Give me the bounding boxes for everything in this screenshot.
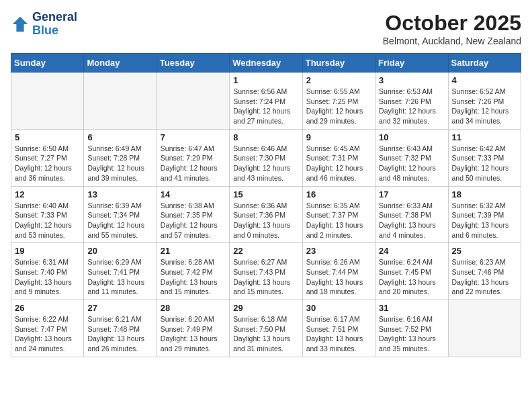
day-number: 6: [87, 132, 152, 142]
calendar-cell: 27Sunrise: 6:21 AM Sunset: 7:48 PM Dayli…: [84, 300, 157, 357]
calendar-cell: 6Sunrise: 6:49 AM Sunset: 7:28 PM Daylig…: [84, 129, 157, 186]
week-row-5: 26Sunrise: 6:22 AM Sunset: 7:47 PM Dayli…: [11, 300, 521, 357]
day-number: 10: [379, 132, 444, 142]
calendar-cell: 12Sunrise: 6:40 AM Sunset: 7:33 PM Dayli…: [11, 186, 84, 243]
day-info: Sunrise: 6:39 AM Sunset: 7:34 PM Dayligh…: [87, 201, 152, 240]
day-info: Sunrise: 6:35 AM Sunset: 7:37 PM Dayligh…: [306, 201, 371, 240]
day-info: Sunrise: 6:40 AM Sunset: 7:33 PM Dayligh…: [15, 201, 80, 240]
day-info: Sunrise: 6:36 AM Sunset: 7:36 PM Dayligh…: [233, 201, 298, 240]
day-number: 4: [452, 75, 517, 85]
day-info: Sunrise: 6:52 AM Sunset: 7:26 PM Dayligh…: [452, 87, 517, 126]
day-info: Sunrise: 6:29 AM Sunset: 7:41 PM Dayligh…: [87, 257, 152, 297]
logo-line2: Blue: [32, 24, 77, 38]
calendar-cell: 26Sunrise: 6:22 AM Sunset: 7:47 PM Dayli…: [11, 300, 84, 357]
page-header: General Blue October 2025 Belmont, Auckl…: [11, 11, 521, 46]
calendar-cell: 24Sunrise: 6:24 AM Sunset: 7:45 PM Dayli…: [375, 243, 448, 300]
day-info: Sunrise: 6:18 AM Sunset: 7:50 PM Dayligh…: [233, 314, 298, 354]
day-number: 31: [379, 303, 444, 313]
day-number: 29: [233, 303, 298, 313]
weekday-header-friday: Friday: [375, 54, 448, 73]
day-number: 22: [233, 246, 298, 256]
day-info: Sunrise: 6:53 AM Sunset: 7:26 PM Dayligh…: [379, 87, 444, 126]
day-number: 27: [87, 303, 152, 313]
day-number: 3: [379, 75, 444, 85]
week-row-2: 5Sunrise: 6:50 AM Sunset: 7:27 PM Daylig…: [11, 129, 521, 186]
day-info: Sunrise: 6:38 AM Sunset: 7:35 PM Dayligh…: [161, 201, 226, 240]
calendar-cell: 22Sunrise: 6:27 AM Sunset: 7:43 PM Dayli…: [230, 243, 302, 300]
calendar-cell: 8Sunrise: 6:46 AM Sunset: 7:30 PM Daylig…: [230, 129, 302, 186]
svg-marker-0: [13, 17, 28, 32]
day-info: Sunrise: 6:32 AM Sunset: 7:39 PM Dayligh…: [452, 201, 517, 240]
day-info: Sunrise: 6:24 AM Sunset: 7:45 PM Dayligh…: [379, 257, 444, 297]
calendar-cell: 21Sunrise: 6:28 AM Sunset: 7:42 PM Dayli…: [157, 243, 229, 300]
calendar-cell: 30Sunrise: 6:17 AM Sunset: 7:51 PM Dayli…: [302, 300, 375, 357]
day-info: Sunrise: 6:55 AM Sunset: 7:25 PM Dayligh…: [306, 87, 371, 126]
day-number: 28: [161, 303, 226, 313]
day-number: 13: [87, 189, 152, 199]
day-info: Sunrise: 6:47 AM Sunset: 7:29 PM Dayligh…: [161, 144, 226, 183]
day-info: Sunrise: 6:33 AM Sunset: 7:38 PM Dayligh…: [379, 201, 444, 240]
weekday-header-sunday: Sunday: [11, 54, 84, 73]
day-number: 8: [233, 132, 298, 142]
weekday-header-thursday: Thursday: [302, 54, 375, 73]
calendar-cell: 14Sunrise: 6:38 AM Sunset: 7:35 PM Dayli…: [157, 186, 229, 243]
calendar-cell: 13Sunrise: 6:39 AM Sunset: 7:34 PM Dayli…: [84, 186, 157, 243]
day-number: 25: [452, 246, 517, 256]
calendar-cell: 9Sunrise: 6:45 AM Sunset: 7:31 PM Daylig…: [302, 129, 375, 186]
calendar-cell: [11, 73, 84, 130]
day-info: Sunrise: 6:42 AM Sunset: 7:33 PM Dayligh…: [452, 144, 517, 183]
calendar-cell: 16Sunrise: 6:35 AM Sunset: 7:37 PM Dayli…: [302, 186, 375, 243]
day-number: 11: [452, 132, 517, 142]
weekday-header-tuesday: Tuesday: [157, 54, 229, 73]
day-info: Sunrise: 6:49 AM Sunset: 7:28 PM Dayligh…: [87, 144, 152, 183]
calendar-cell: 3Sunrise: 6:53 AM Sunset: 7:26 PM Daylig…: [375, 73, 448, 130]
day-number: 18: [452, 189, 517, 199]
calendar-cell: 25Sunrise: 6:23 AM Sunset: 7:46 PM Dayli…: [448, 243, 521, 300]
day-number: 9: [306, 132, 371, 142]
calendar-cell: 4Sunrise: 6:52 AM Sunset: 7:26 PM Daylig…: [448, 73, 521, 130]
day-number: 20: [87, 246, 152, 256]
calendar-cell: 28Sunrise: 6:20 AM Sunset: 7:49 PM Dayli…: [157, 300, 229, 357]
day-info: Sunrise: 6:50 AM Sunset: 7:27 PM Dayligh…: [15, 144, 80, 183]
day-number: 19: [15, 246, 80, 256]
calendar-cell: 2Sunrise: 6:55 AM Sunset: 7:25 PM Daylig…: [302, 73, 375, 130]
calendar-cell: 10Sunrise: 6:43 AM Sunset: 7:32 PM Dayli…: [375, 129, 448, 186]
day-number: 14: [161, 189, 226, 199]
calendar-cell: [448, 300, 521, 357]
day-number: 2: [306, 75, 371, 85]
calendar-cell: [157, 73, 229, 130]
weekday-header-wednesday: Wednesday: [230, 54, 302, 73]
month-title: October 2025: [383, 11, 521, 36]
week-row-1: 1Sunrise: 6:56 AM Sunset: 7:24 PM Daylig…: [11, 73, 521, 130]
day-number: 24: [379, 246, 444, 256]
day-info: Sunrise: 6:46 AM Sunset: 7:30 PM Dayligh…: [233, 144, 298, 183]
calendar-cell: [84, 73, 157, 130]
day-number: 7: [161, 132, 226, 142]
calendar-cell: 29Sunrise: 6:18 AM Sunset: 7:50 PM Dayli…: [230, 300, 302, 357]
day-info: Sunrise: 6:28 AM Sunset: 7:42 PM Dayligh…: [161, 257, 226, 297]
calendar-cell: 11Sunrise: 6:42 AM Sunset: 7:33 PM Dayli…: [448, 129, 521, 186]
title-block: October 2025 Belmont, Auckland, New Zeal…: [383, 11, 521, 46]
calendar-cell: 17Sunrise: 6:33 AM Sunset: 7:38 PM Dayli…: [375, 186, 448, 243]
day-number: 15: [233, 189, 298, 199]
day-number: 21: [161, 246, 226, 256]
calendar-cell: 7Sunrise: 6:47 AM Sunset: 7:29 PM Daylig…: [157, 129, 229, 186]
calendar-cell: 5Sunrise: 6:50 AM Sunset: 7:27 PM Daylig…: [11, 129, 84, 186]
logo-icon: [11, 15, 30, 34]
day-info: Sunrise: 6:16 AM Sunset: 7:52 PM Dayligh…: [379, 314, 444, 354]
weekday-header-row: SundayMondayTuesdayWednesdayThursdayFrid…: [11, 54, 521, 73]
calendar-cell: 31Sunrise: 6:16 AM Sunset: 7:52 PM Dayli…: [375, 300, 448, 357]
day-info: Sunrise: 6:27 AM Sunset: 7:43 PM Dayligh…: [233, 257, 298, 297]
logo: General Blue: [11, 11, 77, 38]
day-number: 30: [306, 303, 371, 313]
day-info: Sunrise: 6:20 AM Sunset: 7:49 PM Dayligh…: [161, 314, 226, 354]
calendar-cell: 1Sunrise: 6:56 AM Sunset: 7:24 PM Daylig…: [230, 73, 302, 130]
day-info: Sunrise: 6:21 AM Sunset: 7:48 PM Dayligh…: [87, 314, 152, 354]
day-number: 1: [233, 75, 298, 85]
location: Belmont, Auckland, New Zealand: [383, 36, 521, 46]
calendar-cell: 19Sunrise: 6:31 AM Sunset: 7:40 PM Dayli…: [11, 243, 84, 300]
day-info: Sunrise: 6:23 AM Sunset: 7:46 PM Dayligh…: [452, 257, 517, 297]
calendar-table: SundayMondayTuesdayWednesdayThursdayFrid…: [11, 53, 521, 357]
calendar-cell: 23Sunrise: 6:26 AM Sunset: 7:44 PM Dayli…: [302, 243, 375, 300]
logo-line1: General: [32, 11, 77, 24]
